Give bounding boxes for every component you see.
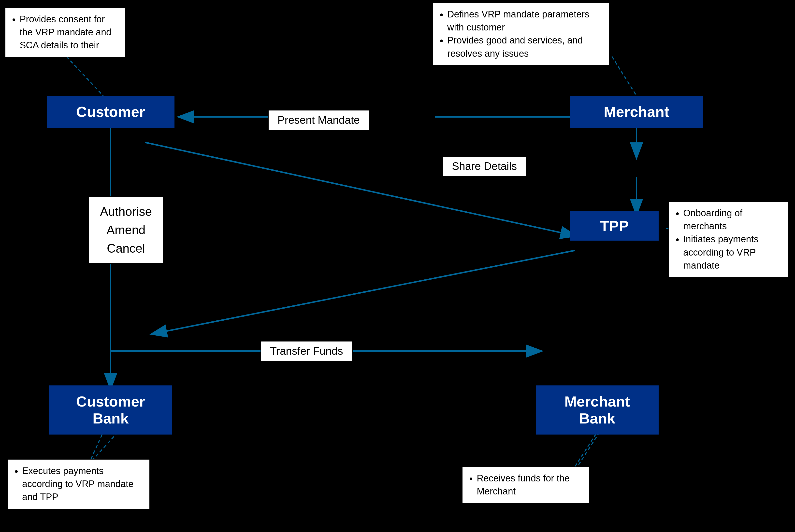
svg-line-7	[575, 432, 597, 467]
svg-line-6	[91, 432, 103, 459]
merchant-actor: Merchant	[570, 96, 703, 128]
svg-line-14	[152, 250, 575, 334]
svg-line-4	[612, 56, 636, 96]
share-details-box: Share Details	[442, 156, 526, 176]
customer-bank-tooltip: Executes payments according to VRP manda…	[7, 459, 150, 509]
action-box: Authorise Amend Cancel	[89, 196, 163, 264]
customer-tooltip: Provides consent for the VRP mandate and…	[5, 7, 125, 57]
svg-line-3	[66, 56, 103, 96]
svg-line-19	[93, 432, 118, 459]
customer-actor: Customer	[47, 96, 175, 128]
diagram-container: Provides consent for the VRP mandate and…	[0, 0, 795, 532]
present-mandate-box: Present Mandate	[268, 110, 369, 130]
transfer-funds-box: Transfer Funds	[260, 341, 353, 361]
merchant-bank-actor: Merchant Bank	[536, 385, 658, 435]
tpp-tooltip: Onboarding of merchants Initiates paymen…	[668, 201, 789, 278]
tpp-actor: TPP	[570, 211, 658, 241]
consent-label: Consent	[196, 163, 244, 193]
customer-bank-actor: Customer Bank	[49, 385, 172, 435]
merchant-tooltip: Defines VRP mandate parameters with cust…	[433, 2, 610, 65]
payment-order-label: Payment Order	[239, 245, 322, 284]
merchant-bank-tooltip: Receives funds for the Merchant	[462, 467, 590, 503]
svg-line-18	[578, 432, 600, 467]
